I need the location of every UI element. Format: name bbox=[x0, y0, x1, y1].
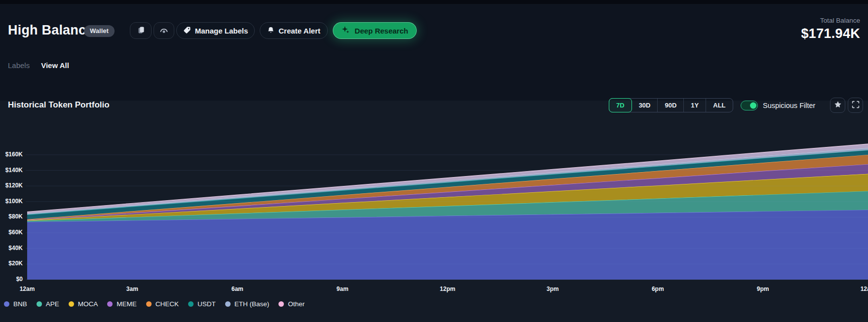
legend-item-ape[interactable]: APE bbox=[37, 300, 59, 308]
tag-icon bbox=[183, 26, 191, 36]
x-tick-label: 3am bbox=[117, 286, 148, 292]
y-tick-label: $40K bbox=[0, 245, 23, 252]
legend-item-eth-base-[interactable]: ETH (Base) bbox=[225, 300, 270, 308]
x-tick-label: 12am bbox=[11, 286, 43, 292]
legend-label: MEME bbox=[117, 300, 137, 308]
star-icon bbox=[834, 101, 842, 110]
legend-dot bbox=[107, 301, 113, 307]
x-tick-label: 9pm bbox=[747, 286, 779, 292]
suspicious-filter-label: Suspicious Filter bbox=[763, 102, 815, 109]
labels-label: Labels bbox=[8, 61, 30, 70]
legend-label: MOCA bbox=[78, 300, 98, 308]
manage-labels-button[interactable]: Manage Labels bbox=[176, 22, 255, 39]
watch-button[interactable] bbox=[154, 22, 174, 39]
legend-label: ETH (Base) bbox=[235, 300, 270, 308]
wallet-type-badge: Wallet bbox=[84, 25, 115, 37]
create-alert-button[interactable]: Create Alert bbox=[260, 22, 328, 39]
legend-dot bbox=[69, 301, 74, 307]
fullscreen-icon bbox=[852, 101, 860, 110]
legend-dot bbox=[278, 301, 284, 307]
watch-icon bbox=[158, 25, 169, 36]
y-tick-label: $0 bbox=[0, 276, 23, 284]
favorite-button[interactable] bbox=[830, 98, 845, 113]
deep-research-label: Deep Research bbox=[355, 27, 408, 35]
y-tick-label: $60K bbox=[0, 229, 23, 237]
create-alert-label: Create Alert bbox=[278, 27, 320, 35]
x-tick-label: 3pm bbox=[537, 286, 568, 292]
legend-item-bnb[interactable]: BNB bbox=[4, 300, 27, 308]
total-balance-label: Total Balance bbox=[801, 17, 861, 24]
y-tick-label: $120K bbox=[0, 182, 23, 190]
time-range-group: 7D30D90D1YALL bbox=[609, 98, 733, 112]
deep-research-button[interactable]: Deep Research bbox=[333, 22, 417, 39]
x-tick-label: 6am bbox=[222, 286, 253, 292]
manage-labels-label: Manage Labels bbox=[195, 27, 248, 35]
legend-item-moca[interactable]: MOCA bbox=[69, 300, 98, 308]
suspicious-filter-toggle[interactable] bbox=[741, 101, 758, 110]
top-strip bbox=[0, 0, 868, 4]
wallet-dashboard: High Balance Wallet Manage Labels Create… bbox=[0, 0, 868, 322]
legend-label: CHECK bbox=[156, 300, 179, 308]
copy-icon bbox=[136, 25, 146, 36]
legend-label: Other bbox=[288, 300, 305, 308]
sparkles-icon bbox=[341, 26, 350, 36]
time-range-30d[interactable]: 30D bbox=[632, 99, 658, 112]
legend-label: USDT bbox=[197, 300, 216, 308]
bell-icon bbox=[267, 26, 275, 36]
time-range-90d[interactable]: 90D bbox=[658, 99, 684, 112]
y-tick-label: $140K bbox=[0, 167, 23, 175]
x-tick-label: 12pm bbox=[432, 286, 464, 292]
copy-address-button[interactable] bbox=[130, 22, 152, 39]
legend-dot bbox=[188, 301, 194, 307]
x-tick-label: 9am bbox=[327, 286, 358, 292]
toggle-knob bbox=[750, 103, 756, 109]
legend-dot bbox=[37, 301, 42, 307]
suspicious-filter: Suspicious Filter bbox=[741, 101, 815, 110]
page-title: High Balance bbox=[8, 23, 93, 37]
time-range-7d[interactable]: 7D bbox=[609, 98, 632, 112]
fullscreen-button[interactable] bbox=[848, 98, 863, 113]
total-balance-value: $171.94K bbox=[801, 26, 861, 41]
view-all-link[interactable]: View All bbox=[41, 61, 69, 70]
legend-item-meme[interactable]: MEME bbox=[107, 300, 137, 308]
legend-dot bbox=[225, 301, 231, 307]
chart-legend: BNBAPEMOCAMEMECHECKUSDTETH (Base)Other bbox=[4, 300, 305, 308]
total-balance: Total Balance $171.94K bbox=[801, 17, 861, 41]
legend-item-usdt[interactable]: USDT bbox=[188, 300, 216, 308]
y-tick-label: $80K bbox=[0, 213, 23, 221]
x-tick-label: 12am bbox=[852, 286, 868, 292]
x-tick-label: 6pm bbox=[642, 286, 673, 292]
legend-label: BNB bbox=[13, 300, 27, 308]
y-tick-label: $100K bbox=[0, 198, 23, 206]
y-tick-label: $160K bbox=[0, 151, 23, 159]
y-tick-label: $20K bbox=[0, 260, 23, 268]
legend-label: APE bbox=[46, 300, 59, 308]
labels-row: Labels View All bbox=[8, 61, 69, 70]
chart-title: Historical Token Portfolio bbox=[8, 98, 110, 112]
legend-item-check[interactable]: CHECK bbox=[146, 300, 179, 308]
legend-item-other[interactable]: Other bbox=[278, 300, 305, 308]
time-range-all[interactable]: ALL bbox=[706, 99, 732, 112]
time-range-1y[interactable]: 1Y bbox=[684, 99, 706, 112]
legend-dot bbox=[4, 301, 9, 307]
legend-dot bbox=[146, 301, 152, 307]
